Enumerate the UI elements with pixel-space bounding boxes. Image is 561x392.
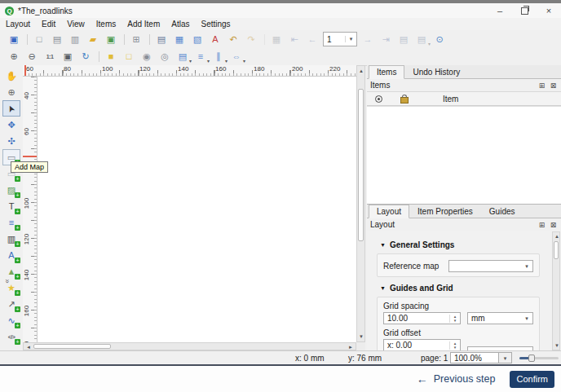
zoom-slider-handle[interactable]: [528, 355, 535, 362]
align-selected-items-icon[interactable]: ≡: [192, 49, 210, 64]
group-items-icon[interactable]: ◉: [138, 49, 156, 64]
tab-items[interactable]: Items: [369, 65, 404, 79]
zoom-level-input[interactable]: 100.0%: [450, 352, 499, 363]
distribute-items-icon[interactable]: ∥: [210, 49, 227, 64]
menu-settings[interactable]: Settings: [195, 19, 236, 29]
menu-layout[interactable]: Layout: [0, 19, 36, 29]
tab-item-properties[interactable]: Item Properties: [409, 205, 481, 218]
atlas-settings-icon[interactable]: ▦: [267, 32, 285, 47]
print-layout-icon[interactable]: ▤: [152, 32, 170, 47]
load-template-icon[interactable]: ▰: [84, 32, 102, 47]
spinner-arrows-icon[interactable]: [449, 315, 460, 323]
grid-spacing-unit-combo[interactable]: mm: [467, 312, 533, 324]
menu-add-item[interactable]: Add Item: [121, 19, 166, 29]
toolbar-overflow-icon[interactable]: »: [3, 279, 11, 283]
layout-manager-icon[interactable]: ▥: [66, 32, 84, 47]
close-button[interactable]: ×: [537, 3, 561, 18]
scrollbar-thumb[interactable]: [33, 344, 111, 349]
add-picture-icon[interactable]: ▨: [2, 182, 20, 198]
tab-layout[interactable]: Layout: [369, 205, 409, 218]
items-list[interactable]: [367, 106, 561, 204]
scroll-down-icon[interactable]: ▼: [359, 334, 364, 339]
tab-guides[interactable]: Guides: [481, 205, 523, 218]
edit-nodes-item-icon[interactable]: ✣: [2, 133, 20, 149]
lock-selected-items-icon[interactable]: ■: [102, 49, 120, 64]
move-item-content-icon[interactable]: ✥: [2, 117, 20, 133]
layout-page-canvas[interactable]: [38, 77, 356, 342]
reference-map-combo[interactable]: [448, 260, 533, 272]
save-project-icon[interactable]: ▣: [5, 32, 23, 47]
menu-items[interactable]: Items: [91, 19, 121, 29]
duplicate-layout-icon[interactable]: ▤: [48, 32, 66, 47]
scroll-left-icon[interactable]: ◄: [26, 345, 31, 350]
confirm-button[interactable]: Confirm: [510, 371, 554, 388]
atlas-previous-feature-icon[interactable]: ←: [303, 32, 321, 47]
resize-items-icon[interactable]: ⇔: [227, 49, 245, 64]
zoom-slider[interactable]: [519, 357, 559, 359]
scroll-up-icon[interactable]: ▲: [359, 68, 364, 73]
pan-layout-icon[interactable]: ✋: [2, 68, 20, 84]
grid-spacing-input[interactable]: 10.00: [383, 312, 461, 324]
canvas-horizontal-scrollbar[interactable]: ◄ ►: [23, 342, 356, 350]
zoom-actual-size-icon[interactable]: 1:1: [41, 49, 59, 64]
undo-icon[interactable]: ↶: [224, 32, 242, 47]
restore-button[interactable]: [512, 3, 537, 18]
items-panel-titlebar[interactable]: Items ⊞ ⊠: [367, 79, 561, 91]
add-node-item-icon[interactable]: ∿: [2, 312, 20, 328]
zoom-tool-icon[interactable]: ⊕: [2, 84, 20, 100]
raise-selected-items-icon[interactable]: ▤: [174, 49, 192, 64]
layout-panel-titlebar[interactable]: Layout ⊞ ⊠: [367, 218, 561, 231]
export-image-icon[interactable]: ▦: [170, 32, 188, 47]
atlas-next-feature-icon[interactable]: →: [359, 32, 377, 47]
new-layout-icon[interactable]: □: [30, 32, 48, 47]
undock-panel-icon[interactable]: ⊞: [537, 81, 546, 90]
menu-view[interactable]: View: [61, 19, 91, 29]
atlas-last-feature-icon[interactable]: ⇥: [377, 32, 395, 47]
export-atlas-icon[interactable]: ▤: [413, 32, 431, 47]
save-template-icon[interactable]: ▣: [102, 32, 120, 47]
title-bar[interactable]: Q *The_roadlinks – ×: [0, 3, 561, 18]
unlock-all-items-icon[interactable]: □: [120, 49, 138, 64]
zoom-combo-caret-icon[interactable]: [498, 352, 512, 363]
add-north-arrow-icon[interactable]: A: [2, 247, 20, 263]
add-label-icon[interactable]: T: [2, 198, 20, 214]
atlas-first-feature-icon[interactable]: ⇤: [285, 32, 303, 47]
spinner-arrows-icon[interactable]: [449, 341, 460, 350]
zoom-full-extent-icon[interactable]: ▣: [59, 49, 77, 64]
select-move-item-icon[interactable]: ➤: [2, 100, 20, 117]
scroll-right-icon[interactable]: ►: [348, 345, 353, 350]
add-arrow-icon[interactable]: ↗: [2, 296, 20, 312]
menu-atlas[interactable]: Atlas: [166, 19, 195, 29]
previous-step-link[interactable]: ← Previous step: [417, 372, 496, 385]
minimize-button[interactable]: –: [488, 3, 512, 18]
canvas-vertical-scrollbar[interactable]: ▲ ▼: [356, 65, 365, 342]
export-pdf-icon[interactable]: A: [206, 32, 224, 47]
refresh-view-icon[interactable]: ↻: [77, 49, 95, 64]
scrollbar-thumb[interactable]: [554, 241, 559, 259]
grid-offset-x-input[interactable]: x: 0.00: [383, 339, 461, 350]
scroll-up-icon[interactable]: ▲: [554, 234, 559, 239]
menu-edit[interactable]: Edit: [36, 19, 61, 29]
redo-icon[interactable]: ↷: [242, 32, 260, 47]
add-scalebar-icon[interactable]: ▥: [2, 231, 20, 247]
general-settings-section[interactable]: ▼ General Settings: [380, 240, 561, 249]
preview-atlas-icon[interactable]: ⊙: [431, 32, 448, 47]
close-panel-icon[interactable]: ⊠: [549, 221, 558, 229]
undock-panel-icon[interactable]: ⊞: [537, 221, 546, 229]
combo-caret-icon[interactable]: [345, 36, 356, 42]
add-html-icon[interactable]: </>: [2, 328, 20, 345]
panel-vertical-scrollbar[interactable]: ▲ ▼: [552, 231, 560, 350]
add-shape-icon[interactable]: ▲: [2, 263, 20, 280]
add-pages-icon[interactable]: ⊞: [127, 32, 145, 47]
ungroup-items-icon[interactable]: ◎: [156, 49, 174, 64]
guides-grid-section[interactable]: ▼ Guides and Grid: [380, 284, 561, 293]
close-panel-icon[interactable]: ⊠: [549, 81, 558, 90]
scrollbar-thumb[interactable]: [358, 89, 364, 241]
tab-undo-history[interactable]: Undo History: [404, 65, 468, 79]
zoom-in-icon[interactable]: ⊕: [5, 49, 23, 64]
zoom-out-icon[interactable]: ⊖: [23, 49, 41, 64]
export-svg-icon[interactable]: ▧: [188, 32, 206, 47]
add-legend-icon[interactable]: ≡: [2, 214, 20, 231]
print-atlas-icon[interactable]: ▤: [395, 32, 413, 47]
atlas-page-combo[interactable]: 1: [323, 32, 357, 46]
